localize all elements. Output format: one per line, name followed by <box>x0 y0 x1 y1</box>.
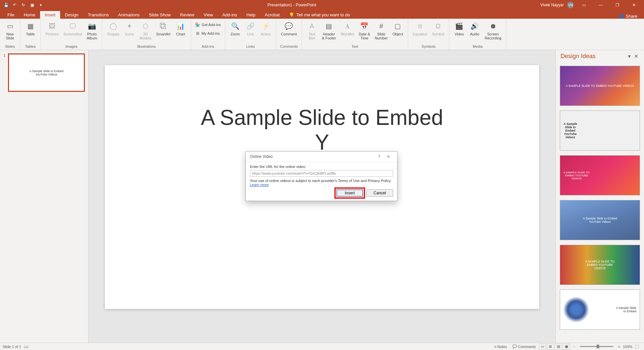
ribbon-group-illustrations: ◯Shapes ✦Icons ⬡3D Models ⿻SmartArt 📊Cha… <box>102 19 191 50</box>
comments-button[interactable]: 💬 Comments <box>510 344 538 349</box>
redo-icon[interactable]: ↻ <box>21 2 26 8</box>
slideshow-icon[interactable]: ▣ <box>29 2 35 8</box>
screenshot-button[interactable]: 🖵Screenshot <box>61 20 84 37</box>
notes-button[interactable]: ≡ Notes <box>492 345 510 349</box>
slide-thumbnail-pane[interactable]: 1 A Sample Slide to Embed YouTube Videos <box>0 50 89 343</box>
tab-animations[interactable]: Animations <box>114 11 144 19</box>
smartart-button[interactable]: ⿻SmartArt <box>154 20 172 37</box>
new-slide-label: New Slide <box>6 32 14 40</box>
tab-transitions[interactable]: Transitions <box>83 11 114 19</box>
my-addins-button[interactable]: ⊞My Add-ins <box>194 30 221 37</box>
pane-close-icon[interactable]: ✕ <box>633 53 639 59</box>
tell-me-search[interactable]: 💡 Tell me what you want to do <box>284 11 354 19</box>
tab-acrobat[interactable]: Acrobat <box>260 11 285 19</box>
shapes-button[interactable]: ◯Shapes <box>105 20 121 37</box>
reading-view-icon[interactable]: ▤ <box>555 344 562 350</box>
normal-view-icon[interactable]: ▭ <box>539 344 546 350</box>
get-addins-button[interactable]: 🏪Get Add-ins <box>194 21 222 28</box>
smartart-label: SmartArt <box>156 32 170 36</box>
icons-button[interactable]: ✦Icons <box>122 20 137 37</box>
learn-more-link[interactable]: Learn more <box>250 183 269 187</box>
screenshot-label: Screenshot <box>63 32 82 36</box>
photo-album-button[interactable]: 📷Photo Album <box>85 20 99 41</box>
insert-button[interactable]: Insert <box>336 189 363 197</box>
wordart-button[interactable]: 𝐀WordArt <box>339 20 356 37</box>
tab-insert[interactable]: Insert <box>40 11 60 19</box>
undo-icon[interactable]: ↶ <box>12 2 17 8</box>
quick-access-toolbar: 💾 ↶ ↻ ▣ ▾ <box>0 2 43 8</box>
design-idea-5[interactable]: A SAMPLE SLIDE TO EMBED YOUTUBE VIDEOS <box>560 245 640 285</box>
zoom-in-icon[interactable]: + <box>615 345 623 349</box>
share-button[interactable]: 👤 Share <box>619 14 637 19</box>
qat-dropdown-icon[interactable]: ▾ <box>38 2 43 8</box>
datetime-icon: 📅 <box>359 21 370 31</box>
zoom-button[interactable]: 🔍Zoom <box>228 20 243 37</box>
dialog-close-icon[interactable]: ✕ <box>384 154 393 159</box>
photo-album-label: Photo Album <box>87 32 97 40</box>
video-button[interactable]: 🎬Video <box>452 20 467 37</box>
symbol-button[interactable]: ΩSymbol <box>430 20 446 37</box>
fit-to-window-icon[interactable]: ⛶ <box>632 345 641 349</box>
object-button[interactable]: ▢Object <box>390 20 405 37</box>
tab-file[interactable]: File <box>3 11 19 19</box>
tab-help[interactable]: Help <box>242 11 260 19</box>
header-footer-button[interactable]: ▤Header & Footer <box>320 20 338 41</box>
save-icon[interactable]: 💾 <box>3 2 9 8</box>
slide-thumbnail-1[interactable]: A Sample Slide to Embed YouTube Videos <box>8 53 85 92</box>
cancel-button[interactable]: Cancel <box>366 189 393 197</box>
ribbon-group-symbols: πEquation ΩSymbol Symbols <box>408 19 449 50</box>
table-button[interactable]: ▦Table <box>23 20 38 37</box>
tab-home[interactable]: Home <box>19 11 40 19</box>
tab-design[interactable]: Design <box>60 11 83 19</box>
new-slide-icon: ▭ <box>5 21 15 31</box>
maximize-icon[interactable]: ❐ <box>611 3 624 7</box>
link-button[interactable]: 🔗Link <box>243 20 258 37</box>
tab-view[interactable]: View <box>199 11 218 19</box>
audio-label: Audio <box>470 32 479 36</box>
user-avatar[interactable]: VN <box>567 2 574 8</box>
comment-button[interactable]: 💬Comment <box>279 20 299 37</box>
tab-review[interactable]: Review <box>175 11 199 19</box>
chart-button[interactable]: 📊Chart <box>173 20 188 37</box>
spellcheck-icon[interactable]: 📖 <box>21 344 31 349</box>
thumbnail-text: A Sample Slide to Embed YouTube Videos <box>29 69 63 76</box>
tab-addins[interactable]: Add-ins <box>218 11 242 19</box>
design-ideas-list[interactable]: A SAMPLE SLIDE TO EMBED YOUTUBE VIDEOS A… <box>556 62 644 343</box>
screen-recording-button[interactable]: ⏺Screen Recording <box>483 20 503 41</box>
pictures-label: Pictures <box>45 32 59 36</box>
ribbon-group-addins: 🏪Get Add-ins ⊞My Add-ins Add-ins <box>191 19 225 50</box>
equation-button[interactable]: πEquation <box>411 20 429 37</box>
action-button[interactable]: ⚡Action <box>259 20 273 37</box>
ribbon-options-icon[interactable]: ▭ <box>577 3 591 7</box>
sorter-view-icon[interactable]: ⊞ <box>547 344 554 350</box>
close-icon[interactable]: ✕ <box>627 3 641 7</box>
object-icon: ▢ <box>392 21 403 31</box>
design-idea-2[interactable]: A Sample Slide to Embed YouTube Videos <box>560 111 640 151</box>
zoom-out-icon[interactable]: − <box>571 345 578 349</box>
dialog-titlebar[interactable]: Online Video ? ✕ <box>246 152 397 162</box>
video-url-input[interactable] <box>250 170 393 177</box>
textbox-button[interactable]: AText Box <box>305 20 319 41</box>
slideshow-view-icon[interactable]: ▣ <box>563 344 570 350</box>
dialog-help-icon[interactable]: ? <box>374 154 384 159</box>
link-label: Link <box>247 32 254 36</box>
zoom-slider[interactable] <box>580 346 613 347</box>
slide-counter[interactable]: Slide 1 of 1 <box>3 345 21 349</box>
design-idea-1[interactable]: A SAMPLE SLIDE TO EMBED YOUTUBE VIDEOS <box>560 66 640 106</box>
idea-text: A SAMPLE SLIDE TO EMBED YOUTUBE VIDEOS <box>564 171 590 180</box>
design-idea-6[interactable]: A Sample Slide to Embed <box>560 290 640 330</box>
icons-label: Icons <box>125 32 134 36</box>
tab-slideshow[interactable]: Slide Show <box>144 11 175 19</box>
audio-button[interactable]: 🔊Audio <box>467 20 482 37</box>
design-idea-3[interactable]: A SAMPLE SLIDE TO EMBED YOUTUBE VIDEOS <box>560 155 640 195</box>
new-slide-button[interactable]: ▭New Slide <box>3 20 17 41</box>
datetime-button[interactable]: 📅Date & Time <box>357 20 372 41</box>
pictures-button[interactable]: 🖼Pictures <box>43 20 61 37</box>
pane-options-icon[interactable]: ▾ <box>626 53 633 59</box>
slide-number-button[interactable]: #Slide Number <box>373 20 390 41</box>
3d-models-button[interactable]: ⬡3D Models <box>138 20 153 41</box>
minimize-icon[interactable]: — <box>594 3 607 7</box>
store-icon: 🏪 <box>195 22 200 27</box>
design-idea-4[interactable]: A Sample Slide to Embed YouTube Videos <box>560 200 640 240</box>
zoom-level[interactable]: 103% <box>623 345 632 349</box>
